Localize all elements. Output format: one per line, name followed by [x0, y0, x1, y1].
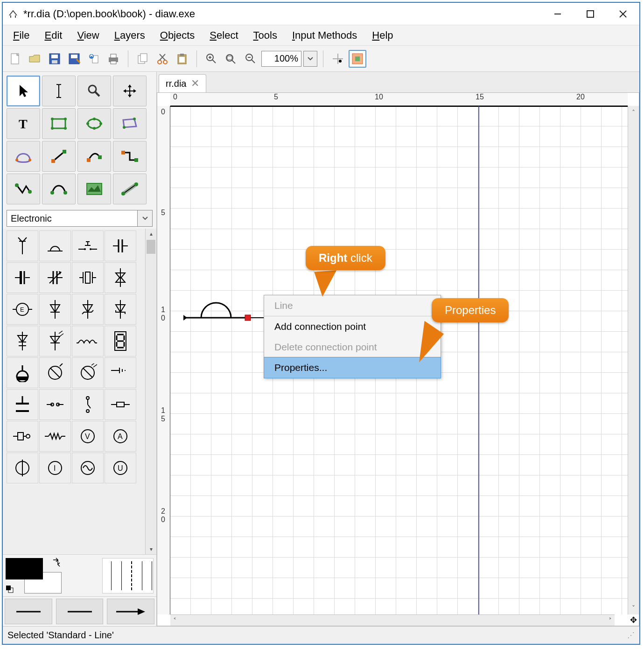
- context-add-point[interactable]: Add connection point: [264, 316, 441, 337]
- magnify-tool[interactable]: [77, 76, 111, 106]
- zoom-dropdown[interactable]: [303, 51, 317, 67]
- snap-toggle[interactable]: [329, 50, 347, 68]
- relay-icon[interactable]: [7, 421, 38, 452]
- tunnel-diode-icon[interactable]: [7, 326, 38, 356]
- ground-icon[interactable]: [105, 357, 136, 388]
- shape-library-dropdown[interactable]: [138, 210, 153, 227]
- seven-segment-icon[interactable]: [105, 326, 136, 356]
- led-icon[interactable]: [39, 326, 71, 356]
- contact-open-icon[interactable]: [39, 389, 71, 420]
- pointer-tool[interactable]: [7, 76, 40, 106]
- drawing-grid[interactable]: × × ×: [170, 106, 628, 614]
- document-tab[interactable]: rr.dia ✕: [159, 74, 206, 92]
- text-tool[interactable]: T: [7, 108, 40, 139]
- grid-toggle[interactable]: [349, 50, 366, 68]
- box-tool[interactable]: [42, 108, 76, 139]
- current-source-icon[interactable]: I: [39, 453, 71, 483]
- nav-corner-icon[interactable]: ✥: [628, 614, 639, 626]
- ac-source-icon[interactable]: [72, 453, 104, 483]
- lamp-icon[interactable]: [39, 357, 71, 388]
- polyline-tool[interactable]: [7, 174, 40, 204]
- horizontal-scrollbar[interactable]: ˂ ˃: [170, 614, 615, 626]
- source-icon[interactable]: [7, 453, 38, 483]
- new-button[interactable]: [7, 50, 24, 68]
- menu-tools[interactable]: Tools: [249, 28, 282, 43]
- resize-grip-icon[interactable]: ⋰: [627, 631, 635, 640]
- copy-button[interactable]: [134, 50, 152, 68]
- default-colors-icon[interactable]: [6, 585, 14, 593]
- line-style-select[interactable]: [56, 599, 104, 624]
- menu-layers[interactable]: Layers: [110, 28, 150, 43]
- beziergon-tool[interactable]: [7, 141, 40, 172]
- scroll-right-icon[interactable]: ˃: [609, 617, 612, 624]
- scroll-left-icon[interactable]: ˂: [173, 617, 176, 624]
- zener-diode-icon[interactable]: [72, 294, 104, 325]
- end-arrow-select[interactable]: [107, 599, 154, 624]
- zoom-out-button[interactable]: [242, 50, 259, 68]
- scroll-down-icon[interactable]: ▾: [146, 544, 156, 554]
- open-button[interactable]: [26, 50, 44, 68]
- zoom-in-button[interactable]: [203, 50, 220, 68]
- vertical-scrollbar[interactable]: ˄ ˅: [628, 106, 639, 614]
- resistor-icon[interactable]: [39, 421, 71, 452]
- scroll-down-icon[interactable]: ˅: [632, 604, 635, 612]
- maximize-button[interactable]: [574, 3, 607, 25]
- bell-component[interactable]: [183, 291, 249, 323]
- swap-colors-icon[interactable]: [51, 557, 63, 568]
- zigzag-tool[interactable]: [113, 141, 147, 172]
- capacitor-icon[interactable]: [105, 230, 136, 261]
- menu-help[interactable]: Help: [367, 28, 398, 43]
- switch-icon[interactable]: [72, 389, 104, 420]
- zoom-fit-button[interactable]: [222, 50, 240, 68]
- lamp2-icon[interactable]: [72, 357, 104, 388]
- menu-objects[interactable]: Objects: [155, 28, 200, 43]
- print-button[interactable]: [105, 50, 122, 68]
- foreground-background-swatch[interactable]: [6, 558, 62, 593]
- shape-library-select[interactable]: [7, 210, 153, 227]
- ground-alt-icon[interactable]: [7, 357, 38, 388]
- save-as-button[interactable]: [65, 50, 83, 68]
- minimize-button[interactable]: [541, 3, 574, 25]
- inductor-icon[interactable]: [72, 326, 104, 356]
- schottky-diode-icon[interactable]: [105, 294, 136, 325]
- engine-icon[interactable]: E: [7, 294, 38, 325]
- foreground-swatch[interactable]: [6, 558, 43, 579]
- menu-edit[interactable]: Edit: [40, 28, 67, 43]
- bell-icon[interactable]: [39, 230, 71, 261]
- export-button[interactable]: [85, 50, 103, 68]
- scroll-thumb[interactable]: [147, 240, 155, 254]
- variable-capacitor-icon[interactable]: [39, 262, 71, 293]
- start-arrow-select[interactable]: [5, 599, 52, 624]
- text-cursor-tool[interactable]: [42, 76, 76, 106]
- shape-scrollbar[interactable]: ▴ ▾: [145, 229, 156, 554]
- voltmeter-icon[interactable]: V: [72, 421, 104, 452]
- canvas[interactable]: 0 5 10 15 20 0 5 1 0 1 5 2 0: [157, 92, 639, 626]
- tab-close-icon[interactable]: ✕: [191, 77, 199, 90]
- paste-button[interactable]: [173, 50, 191, 68]
- cut-button[interactable]: [154, 50, 171, 68]
- close-button[interactable]: [607, 3, 639, 25]
- antenna-icon[interactable]: [7, 230, 38, 261]
- button-icon[interactable]: [72, 230, 104, 261]
- u-source-icon[interactable]: U: [105, 453, 136, 483]
- menu-select[interactable]: Select: [205, 28, 243, 43]
- line-style-preview[interactable]: [102, 558, 154, 593]
- diode-icon[interactable]: [39, 294, 71, 325]
- bezier-tool[interactable]: [42, 174, 76, 204]
- polarized-capacitor-icon[interactable]: [7, 262, 38, 293]
- context-properties[interactable]: Properties...: [264, 357, 441, 378]
- scroll-up-icon[interactable]: ▴: [146, 229, 156, 239]
- save-button[interactable]: [46, 50, 63, 68]
- arc-tool[interactable]: [77, 141, 111, 172]
- line-tool[interactable]: [42, 141, 76, 172]
- ellipse-tool[interactable]: [77, 108, 111, 139]
- contact-closed-icon[interactable]: [105, 389, 136, 420]
- polygon-tool[interactable]: [113, 108, 147, 139]
- scroll-up-icon[interactable]: ˄: [632, 109, 635, 116]
- shape-library-input[interactable]: [7, 210, 138, 227]
- earth-icon[interactable]: [7, 389, 38, 420]
- image-tool[interactable]: [77, 174, 111, 204]
- menu-file[interactable]: File: [8, 28, 34, 43]
- menu-view[interactable]: View: [72, 28, 104, 43]
- ammeter-icon[interactable]: A: [105, 421, 136, 452]
